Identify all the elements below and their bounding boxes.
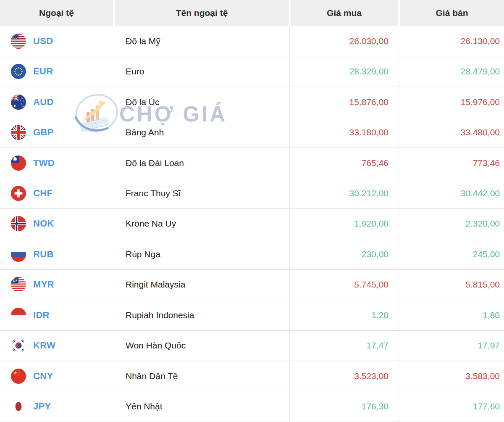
buy-price: 26.030,00 <box>290 26 399 56</box>
buy-price: 33.180,00 <box>290 117 399 147</box>
gbp-flag-icon <box>11 125 26 140</box>
table-row: RUB Rúp Nga 230,00 245,00 <box>0 239 504 269</box>
buy-price: 230,00 <box>290 239 399 269</box>
sell-price: 1,80 <box>399 300 504 330</box>
buy-price: 5.745,00 <box>290 270 399 300</box>
table-row: JPY Yên Nhật 176,30 177,60 <box>0 391 504 422</box>
sell-price: 773,46 <box>399 148 504 178</box>
twd-flag-icon <box>11 156 26 171</box>
column-header-name: Tên ngoại tệ <box>115 0 289 26</box>
currency-code-link[interactable]: TWD <box>33 158 55 169</box>
usd-flag-icon <box>11 34 26 49</box>
currency-code-link[interactable]: JPY <box>33 401 51 412</box>
currency-code-link[interactable]: CHF <box>33 188 52 199</box>
currency-name: Yên Nhật <box>126 401 163 411</box>
table-row: KRW Won Hàn Quốc 17,47 17,97 <box>0 331 504 361</box>
buy-price: 176,30 <box>290 391 399 421</box>
sell-price: 30.442,00 <box>399 178 504 208</box>
table-row: TWD Đô la Đài Loan 765,46 773,46 <box>0 148 504 178</box>
myr-flag-icon <box>11 277 26 292</box>
currency-code-link[interactable]: KRW <box>33 340 55 351</box>
currency-name: Krone Na Uy <box>126 219 176 229</box>
chf-flag-icon <box>11 186 26 201</box>
aud-flag-icon <box>11 95 26 110</box>
currency-name: Ringit Malaysia <box>126 280 185 290</box>
idr-flag-icon <box>11 308 26 323</box>
currency-name: Won Hàn Quốc <box>126 340 186 351</box>
column-header-buy: Giá mua <box>291 0 398 26</box>
sell-price: 28.479,00 <box>399 56 504 86</box>
cny-flag-icon <box>11 369 26 384</box>
sell-price: 26.130,00 <box>399 26 504 56</box>
currency-code-link[interactable]: MYR <box>33 279 54 290</box>
currency-name: Rúp Nga <box>126 249 160 259</box>
exchange-rate-table: Ngoại tệ Tên ngoại tệ Giá mua Giá bán US… <box>0 0 504 422</box>
sell-price: 5.815,00 <box>399 270 504 300</box>
currency-name: Đô la Đài Loan <box>126 158 184 168</box>
currency-code-link[interactable]: CNY <box>33 371 53 382</box>
buy-price: 1,20 <box>290 300 399 330</box>
table-row: EUR Euro 28.329,00 28.479,00 <box>0 56 504 87</box>
currency-code-link[interactable]: IDR <box>33 310 50 321</box>
table-row: CHF Franc Thụy Sĩ 30.212,00 30.442,00 <box>0 178 504 208</box>
buy-price: 1.920,00 <box>290 209 399 239</box>
currency-name: Franc Thụy Sĩ <box>126 188 181 198</box>
buy-price: 765,46 <box>290 148 399 178</box>
sell-price: 17,97 <box>399 331 504 361</box>
currency-name: Nhân Dân Tệ <box>126 371 178 381</box>
table-row: GBP Bảng Anh 33.180,00 33.480,00 <box>0 117 504 148</box>
currency-name: Đô la Mỹ <box>126 36 160 46</box>
currency-code-link[interactable]: EUR <box>33 66 53 77</box>
buy-price: 30.212,00 <box>290 178 399 208</box>
buy-price: 17,47 <box>290 331 399 361</box>
krw-flag-icon <box>11 338 26 353</box>
currency-name: Euro <box>126 66 144 76</box>
table-body: USD Đô la Mỹ 26.030,00 26.130,00 EUR Eur… <box>0 26 504 422</box>
table-row: AUD Đô la Úc 15.876,00 15.976,00 <box>0 87 504 117</box>
table-row: IDR Rupiah Indonesia 1,20 1,80 <box>0 300 504 330</box>
table-row: NOK Krone Na Uy 1.920,00 2.320,00 <box>0 209 504 239</box>
buy-price: 3.523,00 <box>290 361 399 391</box>
currency-code-link[interactable]: AUD <box>33 97 54 108</box>
nok-flag-icon <box>11 216 26 231</box>
sell-price: 3.583,00 <box>399 361 504 391</box>
table-row: CNY Nhân Dân Tệ 3.523,00 3.583,00 <box>0 361 504 391</box>
currency-code-link[interactable]: NOK <box>33 218 54 229</box>
sell-price: 245,00 <box>399 239 504 269</box>
currency-code-link[interactable]: USD <box>33 36 53 47</box>
column-header-currency: Ngoại tệ <box>0 0 113 26</box>
currency-code-link[interactable]: GBP <box>33 127 54 138</box>
currency-name: Bảng Anh <box>126 127 164 137</box>
buy-price: 28.329,00 <box>290 56 399 86</box>
eur-flag-icon <box>11 64 26 79</box>
table-row: MYR Ringit Malaysia 5.745,00 5.815,00 <box>0 270 504 300</box>
currency-code-link[interactable]: RUB <box>33 249 54 260</box>
column-header-sell: Giá bán <box>400 0 504 26</box>
sell-price: 15.976,00 <box>399 87 504 117</box>
jpy-flag-icon <box>11 399 26 414</box>
currency-name: Đô la Úc <box>126 97 160 107</box>
sell-price: 177,60 <box>399 391 504 421</box>
currency-name: Rupiah Indonesia <box>126 310 194 320</box>
table-header: Ngoại tệ Tên ngoại tệ Giá mua Giá bán <box>0 0 504 26</box>
table-row: USD Đô la Mỹ 26.030,00 26.130,00 <box>0 26 504 56</box>
buy-price: 15.876,00 <box>290 87 399 117</box>
rub-flag-icon <box>11 247 26 262</box>
sell-price: 2.320,00 <box>399 209 504 239</box>
sell-price: 33.480,00 <box>399 117 504 147</box>
